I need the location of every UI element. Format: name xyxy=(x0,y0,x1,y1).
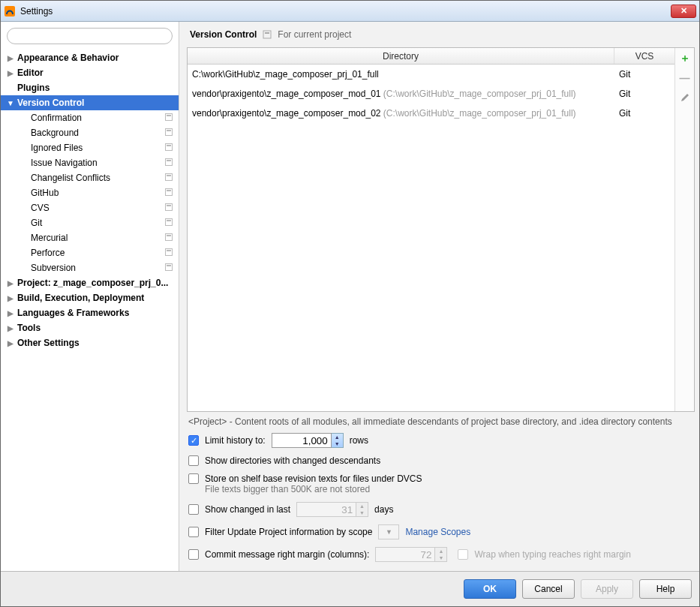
table-row[interactable]: vendor\praxigento\z_mage_composer_mod_02… xyxy=(188,104,674,123)
commit-margin-checkbox[interactable] xyxy=(188,549,199,560)
edit-icon[interactable] xyxy=(679,92,691,104)
tree-item[interactable]: GitHub xyxy=(1,185,179,200)
scope-mini-icon xyxy=(165,143,173,152)
show-dirs-label: Show directories with changed descendant… xyxy=(205,455,380,466)
svg-rect-18 xyxy=(167,220,171,221)
tree-item[interactable]: ▶Project: z_mage_composer_prj_0... xyxy=(1,275,179,290)
tree-item-label: Other Settings xyxy=(17,338,80,348)
svg-rect-19 xyxy=(166,234,173,241)
ok-button[interactable]: OK xyxy=(464,579,516,599)
commit-margin-input xyxy=(375,547,435,562)
help-button[interactable]: Help xyxy=(639,579,692,599)
close-button[interactable]: ✕ xyxy=(671,5,696,18)
tree-item[interactable]: ▶Tools xyxy=(1,320,179,335)
scope-dropdown: ▼ xyxy=(378,524,399,539)
chevron-icon: ▶ xyxy=(7,324,14,332)
svg-rect-7 xyxy=(166,144,173,151)
svg-rect-22 xyxy=(167,250,171,251)
table-row[interactable]: vendor\praxigento\z_mage_composer_mod_01… xyxy=(188,84,674,104)
tree-item[interactable]: Ignored Files xyxy=(1,140,179,155)
show-changed-label-post: days xyxy=(374,504,393,515)
tree-item[interactable]: ▼Version Control xyxy=(1,95,179,110)
tree-item[interactable]: Background xyxy=(1,125,179,140)
tree-item[interactable]: ▶Build, Execution, Deployment xyxy=(1,290,179,305)
wrap-checkbox xyxy=(458,549,468,560)
col-directory[interactable]: Directory xyxy=(188,48,614,64)
limit-history-spinner[interactable]: ▲▼ xyxy=(332,433,344,448)
tree-item[interactable]: Perforce xyxy=(1,245,179,260)
svg-rect-12 xyxy=(167,175,171,176)
svg-rect-24 xyxy=(167,265,171,266)
svg-rect-11 xyxy=(166,174,173,181)
commit-margin-label: Commit message right margin (columns): xyxy=(205,549,369,560)
cancel-button[interactable]: Cancel xyxy=(522,579,575,599)
filter-scope-label: Filter Update Project information by sco… xyxy=(205,527,372,537)
chevron-icon: ▶ xyxy=(7,309,14,317)
svg-rect-9 xyxy=(166,159,173,166)
table-row[interactable]: C:\work\GitHub\z_mage_composer_prj_01_fu… xyxy=(188,65,674,84)
tree-item-label: Mercurial xyxy=(31,233,68,243)
svg-rect-5 xyxy=(166,129,173,136)
svg-rect-14 xyxy=(167,190,171,191)
scope-label: For current project xyxy=(278,29,351,40)
tree-item[interactable]: ▶Other Settings xyxy=(1,335,179,350)
project-note: <Project> - Content roots of all modules… xyxy=(187,412,695,433)
scope-mini-icon xyxy=(165,248,173,257)
search-input[interactable] xyxy=(7,28,173,44)
tree-item-label: Ignored Files xyxy=(31,143,83,153)
store-shelf-subnote: File texts bigger than 500K are not stor… xyxy=(205,484,693,494)
show-dirs-checkbox[interactable] xyxy=(188,455,199,466)
cell-vcs: Git xyxy=(614,89,674,99)
svg-rect-10 xyxy=(167,160,171,161)
tree-item-label: Editor xyxy=(17,68,44,78)
limit-history-checkbox[interactable] xyxy=(188,435,199,446)
svg-rect-15 xyxy=(166,204,173,211)
tree-item[interactable]: ▶Appearance & Behavior xyxy=(1,50,179,65)
tree-item-label: Issue Navigation xyxy=(31,158,98,168)
window-title: Settings xyxy=(20,6,671,17)
tree-item-label: Project: z_mage_composer_prj_0... xyxy=(17,278,168,288)
svg-rect-25 xyxy=(263,31,271,38)
tree-item-label: Languages & Frameworks xyxy=(17,308,129,318)
tree-item[interactable]: Mercurial xyxy=(1,230,179,245)
svg-rect-8 xyxy=(167,145,171,146)
apply-button[interactable]: Apply xyxy=(581,579,633,599)
scope-mini-icon xyxy=(165,188,173,197)
svg-rect-3 xyxy=(166,114,173,121)
tree-item-label: Perforce xyxy=(31,248,65,258)
tree-item-label: GitHub xyxy=(31,188,59,198)
tree-item-label: Git xyxy=(31,218,42,228)
tree-item[interactable]: ▶Languages & Frameworks xyxy=(1,305,179,320)
tree-item[interactable]: Issue Navigation xyxy=(1,155,179,170)
tree-item-label: Changelist Conflicts xyxy=(31,173,110,183)
svg-rect-23 xyxy=(166,264,173,271)
manage-scopes-link[interactable]: Manage Scopes xyxy=(405,527,470,537)
svg-rect-26 xyxy=(265,32,269,34)
dialog-footer: OK Cancel Apply Help xyxy=(1,571,699,606)
limit-history-input[interactable] xyxy=(272,433,332,448)
tree-item[interactable]: Changelist Conflicts xyxy=(1,170,179,185)
show-changed-checkbox[interactable] xyxy=(188,504,199,515)
wrap-label: Wrap when typing reaches right margin xyxy=(474,549,631,560)
svg-rect-6 xyxy=(167,130,171,131)
chevron-icon: ▶ xyxy=(7,69,14,77)
limit-history-label-post: rows xyxy=(350,435,368,446)
tree-item[interactable]: Subversion xyxy=(1,260,179,275)
show-changed-input xyxy=(296,502,356,517)
tree-item[interactable]: Plugins xyxy=(1,80,179,95)
settings-sidebar: ▶Appearance & Behavior▶EditorPlugins▼Ver… xyxy=(1,22,179,571)
tree-item[interactable]: Git xyxy=(1,215,179,230)
remove-icon[interactable]: — xyxy=(679,72,691,84)
tree-item-label: Subversion xyxy=(31,263,76,273)
col-vcs[interactable]: VCS xyxy=(614,48,674,64)
scope-icon xyxy=(263,30,272,39)
limit-history-label-pre: Limit history to: xyxy=(205,435,266,446)
filter-scope-checkbox[interactable] xyxy=(188,527,199,537)
tree-item[interactable]: Confirmation xyxy=(1,110,179,125)
scope-mini-icon xyxy=(165,218,173,227)
store-shelf-label: Store on shelf base revision texts for f… xyxy=(205,473,422,484)
tree-item[interactable]: ▶Editor xyxy=(1,65,179,80)
store-shelf-checkbox[interactable] xyxy=(188,473,199,484)
tree-item[interactable]: CVS xyxy=(1,200,179,215)
add-icon[interactable]: ＋ xyxy=(679,53,691,65)
